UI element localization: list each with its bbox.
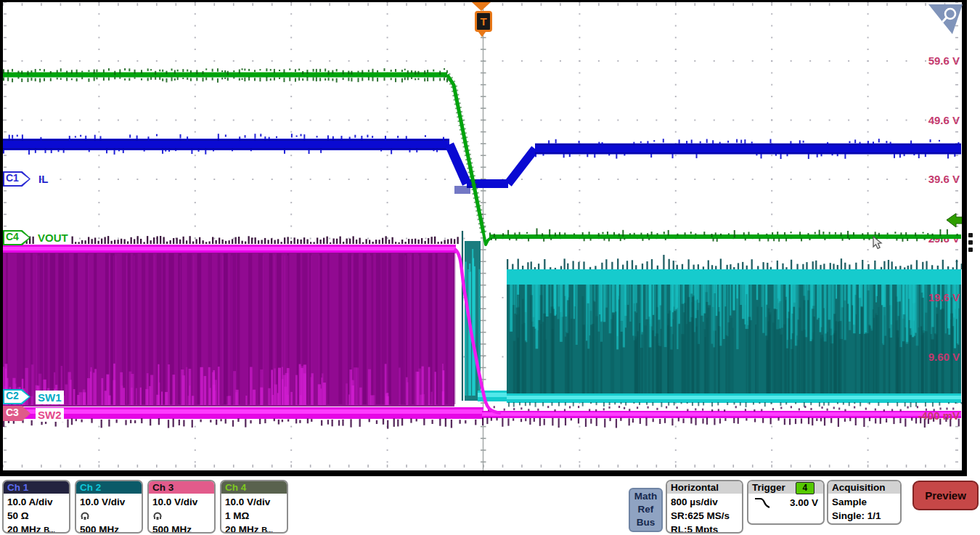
scale-label: 19.6 V [928,291,960,303]
bw-limit-icon: Bw [44,526,54,534]
c3-trace-label[interactable]: SW2 [36,408,64,422]
ch3-bandwidth: 500 MHz [152,523,211,534]
math-label: Math [630,490,661,503]
probe-coupling-icon [152,509,211,523]
channel-marker-c4[interactable]: C4 [3,230,30,245]
channel-marker-c1[interactable]: C1 [3,171,30,187]
ch3-scale: 10.0 V/div [152,495,211,509]
c1-badge-text: C1 [6,172,19,184]
trigger-level: 3.00 V [790,497,818,508]
bw-limit-icon: Bw [261,526,272,534]
c3-badge-text: C3 [6,407,19,418]
acquisition-count: Single: 1/1 [832,509,897,523]
ch4-coupling: 1 MΩ [225,509,283,523]
math-ref-bus-button[interactable]: Math Ref Bus [629,488,663,532]
channel-badge-ch4[interactable]: Ch 4 10.0 V/div 1 MΩ 20 MHz Bw [220,480,288,534]
ref-label: Ref [630,503,661,516]
ch4-header: Ch 4 [221,481,287,494]
channel-badge-ch1[interactable]: Ch 1 10.0 A/div 50 Ω 20 MHz Bw [2,480,70,534]
ch2-header: Ch 2 [76,481,142,494]
c2-trace-label[interactable]: SW1 [36,391,64,404]
c4-badge-text: C4 [6,231,19,242]
ch2-bandwidth: 500 MHz [80,523,138,534]
oscilloscope-screen: 59.6 V 49.6 V 39.6 V 29.6 V 19.6 V 9.60 … [0,0,980,535]
ch1-bandwidth: 20 MHz Bw [7,523,65,534]
trigger-arrow-icon [478,32,486,37]
c1-trace-label[interactable]: IL [36,172,50,186]
scale-label: -400 mV [918,409,960,422]
ch1-scale: 10.0 A/div [7,495,65,509]
scale-label: 9.60 V [928,351,960,363]
channel-badge-ch3[interactable]: Ch 3 10.0 V/div 500 MHz [147,480,216,534]
channel-marker-c3[interactable]: C3 [3,406,30,421]
acquisition-mode: Sample [832,495,897,509]
trigger-badge[interactable]: Trigger4 3.00 V [747,480,825,525]
ch1-coupling: 50 Ω [7,509,65,523]
scale-label: 49.6 V [928,114,960,126]
c2-badge-text: C2 [6,390,19,401]
trigger-title: Trigger4 [748,481,823,494]
acquisition-badge[interactable]: Acquisition Sample Single: 1/1 [827,480,902,525]
horizontal-badge[interactable]: Horizontal 800 µs/div SR:625 MS/s RL:5 M… [666,480,743,534]
acquisition-title: Acquisition [828,481,900,494]
ch4-scale: 10.0 V/div [225,495,283,509]
probe-coupling-icon [80,509,138,523]
horizontal-sample-rate: SR:625 MS/s [671,509,738,523]
waveform-display[interactable]: 59.6 V 49.6 V 39.6 V 29.6 V 19.6 V 9.60 … [0,0,967,476]
ch4-bandwidth: 20 MHz Bw [225,523,283,534]
trigger-source-chip: 4 [796,482,814,494]
menu-dots-icon[interactable] [968,233,973,255]
c4-trace-label[interactable]: VOUT [36,231,70,245]
trigger-marker-icon: T [475,11,492,32]
falling-edge-icon [754,497,771,509]
horizontal-title: Horizontal [667,481,742,494]
horizontal-record-length: RL:5 Mpts [671,523,738,534]
ch2-scale: 10.0 V/div [80,495,138,509]
channel-badge-ch2[interactable]: Ch 2 10.0 V/div 500 MHz [75,480,143,534]
scale-label: 39.6 V [928,173,960,185]
channel-marker-c2[interactable]: C2 [3,389,30,404]
horizontal-scale: 800 µs/div [671,495,738,509]
bus-label: Bus [630,516,661,529]
trigger-triangle-icon [472,2,491,11]
ch1-header: Ch 1 [4,481,69,494]
ch3-header: Ch 3 [149,481,214,494]
scale-label: 59.6 V [928,54,960,67]
preview-button[interactable]: Preview [912,481,979,510]
